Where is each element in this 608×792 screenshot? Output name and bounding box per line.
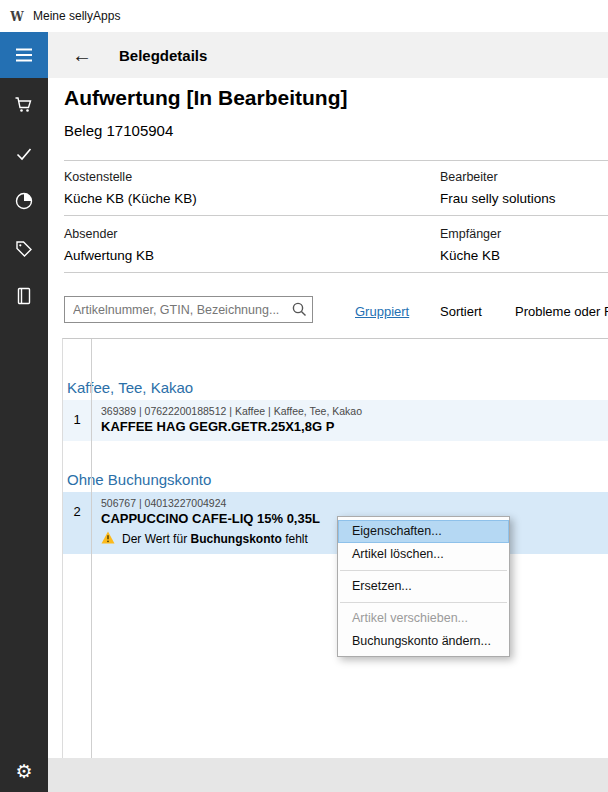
menu-item-artikel-verschieben: Artikel verschieben... (338, 607, 509, 630)
titlebar: W Meine sellyApps (0, 0, 608, 32)
group-header-ohne-buchungskonto: Ohne Buchungskonto (63, 469, 608, 492)
field-absender: Absender Aufwertung KB (64, 227, 154, 263)
footer-bar (48, 758, 608, 792)
warning-icon (101, 531, 115, 547)
search-input[interactable] (64, 296, 313, 323)
view-toggle-grouped[interactable]: Gruppiert (355, 304, 409, 319)
list-header (63, 339, 608, 377)
search-box (64, 296, 313, 323)
item-name: KAFFEE HAG GEGR.GETR.25X1,8G P (101, 419, 600, 434)
list-item-1[interactable]: 1 369389 | 07622200188512 | Kaffee | Kaf… (63, 400, 608, 441)
list-item-2[interactable]: 2 506767 | 04013227004924 CAPPUCCINO CAF… (63, 492, 608, 554)
app-window: W Meine sellyApps ← Belegdetails (0, 0, 608, 792)
sidebar-item-reports[interactable] (0, 181, 48, 221)
field-value: Küche KB (Küche KB) (64, 191, 197, 206)
svg-text:W: W (9, 10, 24, 24)
menu-separator (340, 570, 507, 571)
field-kostenstelle: Kostenstelle Küche KB (Küche KB) (64, 170, 197, 206)
field-label: Bearbeiter (440, 170, 556, 184)
field-bearbeiter: Bearbeiter Frau selly solutions (440, 170, 556, 206)
field-value: Küche KB (440, 248, 501, 263)
divider (64, 272, 608, 273)
header-bar: ← Belegdetails (48, 32, 608, 78)
group-header-kaffee: Kaffee, Tee, Kakao (63, 377, 608, 400)
context-menu: Eigenschaften... Artikel löschen... Erse… (337, 516, 510, 657)
book-icon (14, 286, 34, 306)
main-content: Aufwertung [In Bearbeitung] Beleg 171059… (48, 78, 608, 792)
sidebar-item-catalog[interactable] (0, 276, 48, 316)
hamburger-icon (14, 45, 34, 65)
document-title: Aufwertung [In Bearbeitung] (64, 86, 347, 110)
checkmark-icon (14, 144, 34, 164)
column-divider (91, 339, 92, 758)
sidebar-item-labels[interactable] (0, 229, 48, 269)
search-icon[interactable] (291, 301, 308, 318)
menu-item-buchungskonto-aendern[interactable]: Buchungskonto ändern... (338, 630, 509, 653)
row-number: 2 (63, 504, 91, 519)
page-title: Belegdetails (119, 47, 207, 64)
sidebar-item-tasks[interactable] (0, 134, 48, 174)
gear-icon: ⚙ (15, 762, 32, 781)
app-icon: W (9, 8, 25, 24)
app-title: Meine sellyApps (33, 9, 120, 23)
item-list: Kaffee, Tee, Kakao 1 369389 | 0762220018… (62, 338, 608, 758)
item-meta: 369389 | 07622200188512 | Kaffee | Kaffe… (101, 405, 600, 417)
cart-icon (14, 95, 34, 115)
row-number: 1 (63, 412, 91, 427)
tag-icon (14, 239, 34, 259)
pie-chart-icon (14, 191, 34, 211)
field-label: Empfänger (440, 227, 501, 241)
menu-button[interactable] (0, 32, 48, 78)
sidebar-item-settings[interactable]: ⚙ (0, 751, 48, 791)
sidebar: ⚙ (0, 32, 48, 792)
document-number: Beleg 17105904 (64, 122, 173, 139)
item-meta: 506767 | 04013227004924 (101, 497, 600, 509)
menu-item-artikel-loeschen[interactable]: Artikel löschen... (338, 543, 509, 566)
divider (64, 160, 608, 161)
field-value: Aufwertung KB (64, 248, 154, 263)
menu-item-ersetzen[interactable]: Ersetzen... (338, 575, 509, 598)
field-label: Kostenstelle (64, 170, 197, 184)
field-empfaenger: Empfänger Küche KB (440, 227, 501, 263)
menu-item-eigenschaften[interactable]: Eigenschaften... (338, 520, 509, 543)
sidebar-item-cart[interactable] (0, 85, 48, 125)
back-button[interactable]: ← (72, 45, 92, 65)
divider (64, 215, 608, 216)
field-label: Absender (64, 227, 154, 241)
field-value: Frau selly solutions (440, 191, 556, 206)
warning-text: Der Wert für Buchungskonto fehlt (122, 532, 308, 546)
view-toggle-sorted[interactable]: Sortiert (440, 304, 482, 319)
menu-separator (340, 602, 507, 603)
view-toggle-problems[interactable]: Probleme oder Fe (515, 304, 608, 319)
